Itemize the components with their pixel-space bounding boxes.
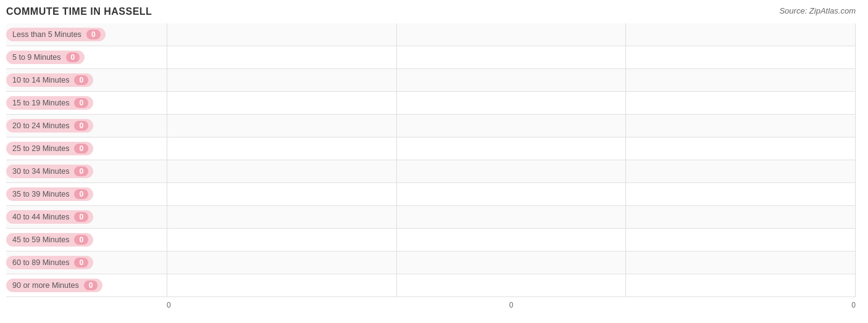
bar-track [167, 274, 856, 296]
bar-value: 0 [84, 280, 98, 290]
bar-label-area: 40 to 44 Minutes 0 [6, 210, 167, 224]
bar-value: 0 [74, 189, 88, 199]
bar-row: 45 to 59 Minutes 0 [6, 229, 856, 251]
bar-label-area: 60 to 89 Minutes 0 [6, 256, 167, 269]
bar-label-area: 15 to 19 Minutes 0 [6, 96, 167, 110]
bar-label: 35 to 39 Minutes [12, 190, 69, 198]
bar-row: 20 to 24 Minutes 0 [6, 115, 856, 137]
bar-pill: 25 to 29 Minutes 0 [6, 142, 93, 155]
bar-pill: 40 to 44 Minutes 0 [6, 210, 93, 224]
bar-row: 5 to 9 Minutes 0 [6, 46, 856, 69]
chart-title: COMMUTE TIME IN HASSELL [6, 6, 152, 17]
bar-label-area: 10 to 14 Minutes 0 [6, 73, 167, 87]
x-axis-tick-0: 0 [167, 301, 396, 309]
bars-container: Less than 5 Minutes 0 5 to 9 Minutes 0 1 [6, 23, 856, 297]
bar-label: 90 or more Minutes [12, 281, 79, 290]
chart-header: COMMUTE TIME IN HASSELL Source: ZipAtlas… [6, 6, 856, 17]
bar-pill: 15 to 19 Minutes 0 [6, 96, 93, 110]
bar-label-area: 25 to 29 Minutes 0 [6, 142, 167, 155]
bar-track [167, 69, 856, 91]
bar-label: 40 to 44 Minutes [12, 213, 69, 221]
bar-track [167, 229, 856, 251]
bar-label-area: 90 or more Minutes 0 [6, 279, 167, 292]
bar-label: 30 to 34 Minutes [12, 167, 69, 176]
bar-label: 10 to 14 Minutes [12, 76, 69, 84]
bar-track [167, 251, 856, 274]
bar-label: 20 to 24 Minutes [12, 121, 69, 130]
bar-value: 0 [74, 98, 88, 108]
bar-value: 0 [74, 166, 88, 176]
chart-body: Less than 5 Minutes 0 5 to 9 Minutes 0 1 [6, 23, 856, 297]
bar-row: 25 to 29 Minutes 0 [6, 137, 856, 160]
bar-pill: 35 to 39 Minutes 0 [6, 187, 93, 201]
bar-row: 30 to 34 Minutes 0 [6, 160, 856, 183]
bar-value: 0 [74, 121, 88, 131]
bar-value: 0 [74, 144, 88, 153]
bar-track [167, 92, 856, 114]
bar-label-area: 20 to 24 Minutes 0 [6, 119, 167, 133]
bar-track [167, 46, 856, 68]
bar-row: 40 to 44 Minutes 0 [6, 206, 856, 229]
bar-label-area: 45 to 59 Minutes 0 [6, 233, 167, 247]
bar-row: Less than 5 Minutes 0 [6, 23, 856, 46]
bar-label-area: 5 to 9 Minutes 0 [6, 51, 167, 64]
bar-row: 10 to 14 Minutes 0 [6, 69, 856, 92]
bar-track [167, 137, 856, 160]
bar-pill: 5 to 9 Minutes 0 [6, 51, 85, 64]
bar-row: 90 or more Minutes 0 [6, 274, 856, 297]
chart-source: Source: ZipAtlas.com [779, 6, 856, 15]
bar-label-area: 30 to 34 Minutes 0 [6, 165, 167, 178]
bar-pill: 60 to 89 Minutes 0 [6, 256, 93, 269]
bar-label: 5 to 9 Minutes [12, 53, 61, 62]
bar-value: 0 [74, 258, 88, 268]
bar-track [167, 23, 856, 46]
bar-row: 35 to 39 Minutes 0 [6, 183, 856, 206]
bar-pill: 30 to 34 Minutes 0 [6, 165, 93, 178]
bar-label: 15 to 19 Minutes [12, 99, 69, 107]
bar-track [167, 183, 856, 205]
bar-value: 0 [86, 30, 101, 39]
bar-pill: 20 to 24 Minutes 0 [6, 119, 93, 133]
x-axis-tick-2: 0 [626, 301, 856, 309]
x-axis: 0 0 0 [167, 297, 856, 309]
bar-pill: 45 to 59 Minutes 0 [6, 233, 93, 247]
bar-value: 0 [74, 235, 88, 245]
bar-label: 25 to 29 Minutes [12, 144, 69, 153]
bar-value: 0 [74, 212, 88, 222]
bar-track [167, 160, 856, 182]
x-axis-tick-1: 0 [396, 301, 626, 309]
bar-value: 0 [66, 52, 80, 62]
bar-pill: 10 to 14 Minutes 0 [6, 73, 93, 87]
bar-value: 0 [74, 75, 88, 85]
bar-pill: Less than 5 Minutes 0 [6, 28, 106, 41]
chart-container: COMMUTE TIME IN HASSELL Source: ZipAtlas… [0, 0, 868, 323]
bar-pill: 90 or more Minutes 0 [6, 279, 102, 292]
bar-label: Less than 5 Minutes [12, 30, 81, 39]
bar-row: 60 to 89 Minutes 0 [6, 251, 856, 274]
bar-track [167, 115, 856, 137]
bar-label-area: 35 to 39 Minutes 0 [6, 187, 167, 201]
bar-row: 15 to 19 Minutes 0 [6, 92, 856, 115]
bar-label-area: Less than 5 Minutes 0 [6, 28, 167, 41]
bar-track [167, 206, 856, 228]
bar-label: 45 to 59 Minutes [12, 235, 69, 244]
bar-label: 60 to 89 Minutes [12, 258, 69, 267]
